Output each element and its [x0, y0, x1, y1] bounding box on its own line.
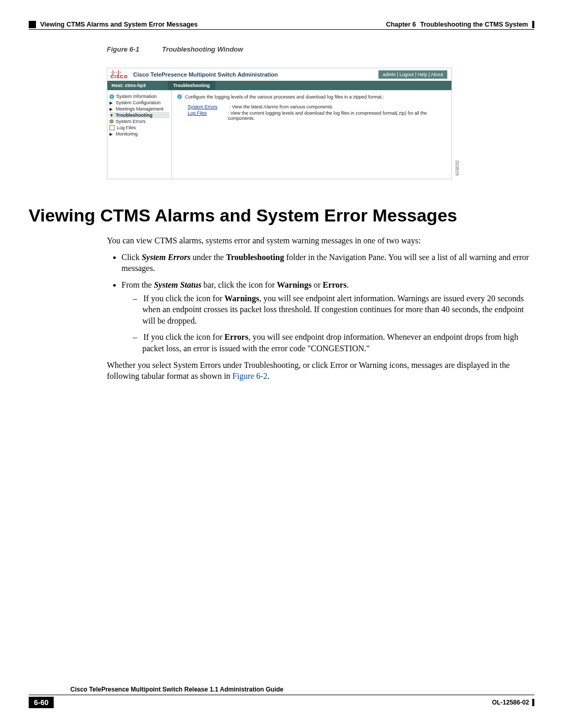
link-system-errors[interactable]: System Errors [188, 104, 229, 109]
sub-bullet-item: If you click the icon for Errors, you wi… [142, 331, 534, 354]
intro-para: You can view CTMS alarms, systems error … [107, 235, 534, 246]
sidebar-item-sysconfig[interactable]: ▶ System Configuration [109, 100, 169, 106]
sidebar: i System Information ▶ System Configurat… [107, 90, 172, 179]
header-chapter-label: Chapter 6 [386, 21, 416, 28]
link-logout[interactable]: Logout [399, 72, 414, 77]
content-row: Log Files : View the current logging lev… [177, 110, 446, 121]
triangle-right-icon: ▶ [109, 107, 114, 112]
footer-guide: Cisco TelePresence Multipoint Switch Rel… [29, 686, 534, 695]
link-log-files[interactable]: Log Files [188, 110, 228, 121]
figure-caption: Figure 6-1 Troubleshooting Window [107, 45, 534, 53]
sidebar-item-meetings[interactable]: ▶ Meetings Management [109, 106, 169, 112]
content-intro: Configure the logging levels of the vari… [185, 94, 384, 100]
row-text: : View the latest Alarms from various co… [229, 104, 333, 109]
file-icon [109, 125, 115, 130]
sidebar-item-logfiles[interactable]: Log Files [109, 125, 169, 131]
gear-icon [109, 119, 114, 124]
app-screenshot: 203829 ·|··|· CISCO Cisco TelePresence M… [107, 68, 452, 179]
triangle-right-icon: ▶ [109, 101, 114, 105]
closing-para: Whether you select System Errors under T… [107, 360, 534, 382]
app-user: admin [383, 72, 396, 77]
figure-xref[interactable]: Figure 6-2 [232, 372, 267, 380]
sidebar-item-syserrors[interactable]: System Errors [109, 118, 169, 125]
figure-label: Figure 6-1 [107, 45, 139, 53]
triangle-down-icon: ▼ [109, 113, 114, 118]
content-row: System Errors : View the latest Alarms f… [177, 104, 446, 110]
header-right: Chapter 6 Troubleshooting the CTMS Syste… [386, 21, 534, 28]
header-rule [29, 29, 534, 30]
info-icon: i [109, 94, 114, 99]
content-pane: i Configure the logging levels of the va… [172, 90, 451, 179]
sidebar-item-monitoring[interactable]: ▶ Monitoring [109, 131, 169, 137]
section-heading: Viewing CTMS Alarms and System Error Mes… [29, 205, 534, 226]
header-section: Viewing CTMS Alarms and System Error Mes… [40, 21, 198, 28]
sidebar-item-troubleshooting[interactable]: ▼ Troubleshooting [109, 112, 169, 118]
tab-troubleshooting[interactable]: Troubleshooting [168, 81, 215, 90]
bullet-item: From the System Status bar, click the ic… [121, 279, 534, 354]
cisco-logo: ·|··|· CISCO [111, 70, 128, 79]
sidebar-item-sysinfo[interactable]: i System Information [109, 93, 169, 100]
figure-title: Troubleshooting Window [162, 45, 243, 53]
host-label: Host: ctms-hp3 [107, 81, 168, 90]
app-title: Cisco TelePresence Multipoint Switch Adm… [133, 71, 278, 78]
header-chapter-title: Troubleshooting the CTMS System [420, 21, 528, 28]
app-toplinks: admin | Logout | Help | About [378, 70, 447, 79]
page-number: 6-60 [29, 697, 54, 708]
header-bar-icon [532, 21, 534, 28]
row-text: : View the current logging levels and do… [228, 110, 446, 121]
link-about[interactable]: About [431, 72, 443, 77]
header-left: Viewing CTMS Alarms and System Error Mes… [29, 21, 198, 28]
doc-number: OL-12586-02 [492, 699, 534, 706]
link-help[interactable]: Help [418, 72, 427, 77]
figure-side-number: 203829 [455, 160, 460, 176]
info-icon: i [177, 94, 182, 99]
footer-bar-icon [532, 699, 534, 706]
sub-bullet-item: If you click the icon for Warnings, you … [142, 293, 534, 327]
triangle-right-icon: ▶ [109, 132, 114, 137]
bullet-item: Click System Errors under the Troublesho… [121, 252, 534, 274]
header-square-icon [29, 21, 36, 28]
